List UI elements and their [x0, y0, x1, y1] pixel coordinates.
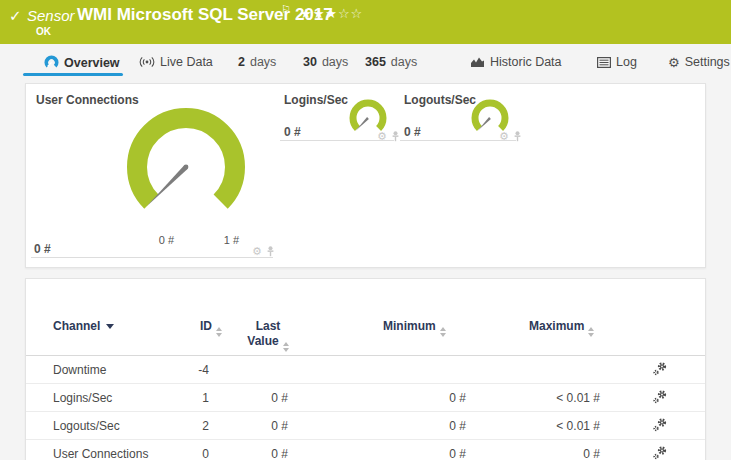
tab-2-days-number: 2	[238, 55, 245, 69]
column-header-channel-label: Channel	[53, 319, 100, 333]
sensor-title: WMI Microsoft SQL Server 2017	[77, 5, 333, 25]
table-row[interactable]: Logins/Sec 1 0 # 0 # < 0.01 #	[26, 384, 705, 412]
channel-table-panel: Channel ID Last Value Minimum Maximum Do…	[25, 278, 706, 460]
user-connections-gauge	[121, 102, 251, 232]
widget-pin-icon[interactable]	[266, 246, 275, 257]
tab-365-days-unit: days	[391, 55, 417, 69]
column-header-id[interactable]: ID	[200, 319, 222, 337]
sensor-status-text: OK	[36, 26, 51, 37]
column-header-minimum-label: Minimum	[383, 319, 436, 333]
sort-desc-icon	[106, 324, 114, 329]
widget-divider	[31, 257, 273, 258]
tab-30-days-unit: days	[322, 55, 348, 69]
sort-icon	[588, 327, 594, 337]
tab-30-days-number: 30	[303, 55, 317, 69]
sensor-overview-page: ✓ Sensor WMI Microsoft SQL Server 2017 ⚐…	[0, 0, 731, 460]
column-header-maximum[interactable]: Maximum	[529, 319, 594, 337]
widget-gear-icon[interactable]: ⚙	[252, 246, 262, 257]
column-header-channel[interactable]: Channel	[53, 319, 114, 333]
sensor-status-header: ✓ Sensor WMI Microsoft SQL Server 2017 ⚐…	[0, 0, 731, 44]
column-header-minimum[interactable]: Minimum	[383, 319, 446, 337]
widget-divider	[280, 140, 394, 141]
widget-toolbar: ⚙	[252, 246, 275, 257]
sort-icon	[216, 327, 222, 337]
tab-settings[interactable]: ⚙ Settings	[668, 55, 730, 69]
tab-bar: Overview Live Data 2 days 30 days 365 da…	[0, 44, 731, 83]
table-row[interactable]: Logouts/Sec 2 0 # 0 # < 0.01 #	[26, 412, 705, 440]
table-row[interactable]: Downtime -4	[26, 356, 705, 384]
tab-log[interactable]: Log	[597, 55, 637, 69]
gauge-icon	[44, 55, 59, 70]
log-list-icon	[597, 57, 611, 68]
column-header-maximum-label: Maximum	[529, 319, 584, 333]
tab-2-days-unit: days	[250, 55, 276, 69]
channel-maximum: 0 #	[26, 447, 600, 460]
channel-maximum: < 0.01 #	[26, 391, 600, 405]
channel-settings-icon[interactable]	[653, 361, 667, 379]
settings-gear-icon: ⚙	[668, 56, 680, 69]
tab-2-days[interactable]: 2 days	[238, 55, 276, 69]
tab-historic-data[interactable]: Historic Data	[470, 55, 562, 69]
column-header-id-label: ID	[200, 319, 212, 333]
widget-divider	[400, 140, 516, 141]
stars-filled[interactable]: ★★★	[300, 6, 338, 21]
flag-icon: ⚐	[281, 3, 291, 16]
gauge-scale-max: 1 #	[209, 234, 254, 246]
active-tab-underline	[23, 73, 123, 76]
tab-30-days[interactable]: 30 days	[303, 55, 348, 69]
channel-rows: Downtime -4 Logins/Sec 1 0 # 0 # < 0.01 …	[26, 356, 705, 460]
column-header-last-value[interactable]: Last Value	[238, 319, 298, 352]
sort-icon	[283, 342, 289, 352]
ok-check-icon: ✓	[9, 7, 22, 25]
sort-icon	[440, 327, 446, 337]
column-header-last-label: Last	[238, 319, 298, 334]
column-header-value-label: Value	[247, 334, 278, 348]
tab-live-data-label: Live Data	[160, 55, 213, 69]
gauges-panel: User Connections 0 # 1 # 0 # ⚙ Logins/Se…	[25, 83, 706, 268]
gauge-title-logouts: Logouts/Sec	[404, 93, 476, 107]
channel-settings-icon[interactable]	[653, 389, 667, 407]
logins-value: 0 #	[284, 125, 301, 139]
channel-maximum: < 0.01 #	[26, 419, 600, 433]
channel-settings-icon[interactable]	[653, 417, 667, 435]
tab-365-days[interactable]: 365 days	[365, 55, 417, 69]
gauge-title-logins: Logins/Sec	[284, 93, 348, 107]
gauge-scale-min: 0 #	[144, 234, 189, 246]
tab-live-data[interactable]: Live Data	[139, 55, 213, 69]
channel-id: -4	[26, 363, 209, 377]
tab-overview[interactable]: Overview	[44, 55, 120, 70]
area-chart-icon	[470, 56, 485, 68]
priority-stars[interactable]: ★★★☆☆	[300, 6, 363, 21]
tab-settings-label: Settings	[685, 55, 730, 69]
table-row[interactable]: User Connections 0 0 # 0 # 0 #	[26, 440, 705, 460]
logouts-value: 0 #	[404, 125, 421, 139]
tab-overview-label: Overview	[64, 56, 120, 70]
channel-settings-icon[interactable]	[653, 445, 667, 460]
tab-365-days-number: 365	[365, 55, 386, 69]
tab-log-label: Log	[616, 55, 637, 69]
stars-empty[interactable]: ☆☆	[338, 6, 363, 21]
tab-historic-data-label: Historic Data	[490, 55, 562, 69]
object-type-label: Sensor	[27, 7, 75, 24]
broadcast-icon	[139, 56, 155, 68]
user-connections-value: 0 #	[34, 242, 51, 256]
